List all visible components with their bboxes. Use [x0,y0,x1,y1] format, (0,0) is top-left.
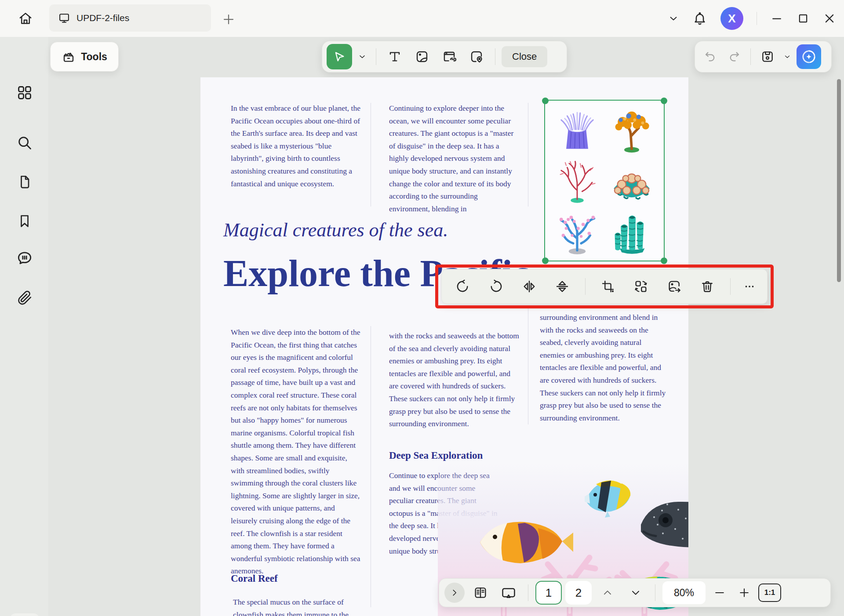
pufferfish-image [637,493,688,554]
text-tool-button[interactable] [382,44,407,69]
ai-assistant-button[interactable] [797,44,821,69]
monitor-icon [58,12,70,24]
minimize-button[interactable] [770,12,783,25]
sidebar-item-attachments[interactable] [12,286,37,310]
page-mark-tool-button[interactable] [464,44,489,69]
minimize-icon [770,12,783,25]
slideshow-button[interactable] [496,580,521,605]
select-tool-button[interactable] [327,44,352,69]
more-options-button[interactable] [739,273,760,300]
grid-icon [16,84,33,101]
toolbar-divider [495,48,495,65]
left-sidebar [0,37,48,616]
delete-button[interactable] [693,273,721,300]
rotate-right-button[interactable] [482,273,510,300]
ellipsis-icon [743,280,756,293]
close-edit-mode-button[interactable]: Close [502,46,547,67]
zoom-out-button[interactable] [709,580,730,605]
rotate-right-icon [489,279,503,294]
page-button-2[interactable]: 2 [565,581,592,605]
redo-button[interactable] [723,44,745,69]
close-window-button[interactable] [823,12,836,25]
home-button[interactable] [13,6,38,31]
titlebar-divider [757,12,757,25]
document-tab[interactable]: UPDF-2-files [49,4,211,32]
workspace-dropdown-button[interactable] [668,13,679,24]
previous-page-button[interactable] [595,580,620,605]
rotate-left-icon [456,279,470,294]
toolbar-divider [730,278,731,295]
new-tab-button[interactable] [219,10,238,29]
selected-image-object[interactable] [545,101,664,261]
window-titlebar: UPDF-2-files X [0,0,844,37]
text-icon [388,50,402,64]
column-divider [371,103,371,207]
home-icon [18,11,33,26]
column-divider [528,103,528,207]
sidebar-item-pages[interactable] [12,170,37,194]
column-divider [371,326,371,607]
page-icon [17,174,33,190]
plus-icon [222,13,235,26]
coral-purple-anemone [550,105,604,155]
flip-vertical-button[interactable] [548,273,576,300]
undo-button[interactable] [699,44,721,69]
coral-orange-tree [605,105,658,155]
tools-label: Tools [81,51,107,63]
paperclip-icon [17,290,33,306]
chevron-right-icon [450,588,459,598]
paragraph-col2-mid: with the rocks and seaweeds at the botto… [389,330,519,430]
toolbar-divider [655,584,655,601]
export-image-icon [667,279,681,294]
flip-horizontal-button[interactable] [515,273,543,300]
sidebar-item-appearance[interactable] [10,613,40,616]
sidebar-item-bookmarks[interactable] [12,209,37,233]
notifications-button[interactable] [692,11,707,26]
presentation-icon [501,585,516,600]
replace-icon [634,279,648,294]
bookmark-icon [17,213,33,229]
maximize-icon [797,12,810,25]
replace-image-button[interactable] [627,273,655,300]
document-subtitle: Magical creatures of the sea. [223,219,448,241]
chevron-down-icon [358,52,367,61]
image-tool-button[interactable] [410,44,434,69]
link-tool-button[interactable] [437,44,462,69]
zoom-level-button[interactable]: 80% [662,581,706,604]
link-icon [442,50,456,64]
cursor-icon [333,50,346,63]
page-navigation-bar: 1 2 80% 1:1 [439,578,831,607]
save-icon [760,50,775,64]
document-pin-icon [469,50,484,64]
vertical-scrollbar[interactable] [837,79,841,282]
sidebar-item-search[interactable] [12,130,37,155]
next-page-button[interactable] [623,580,648,605]
page-button-1[interactable]: 1 [535,581,562,605]
actual-size-button[interactable]: 1:1 [758,583,781,602]
coral-teal-disc [605,156,658,205]
export-image-button[interactable] [660,273,688,300]
selection-handle-bottom-right[interactable] [661,257,667,264]
select-tool-dropdown[interactable] [355,44,370,69]
history-save-toolbar [695,41,832,72]
flip-vertical-icon [555,279,569,294]
page-layout-button[interactable] [468,580,493,605]
tools-button[interactable]: Tools [50,42,119,72]
save-dropdown-button[interactable] [781,44,794,69]
expand-panel-button[interactable] [444,583,465,603]
toolbox-icon [62,50,76,64]
maximize-button[interactable] [797,12,810,25]
crop-icon [601,279,615,294]
rotate-left-button[interactable] [449,273,477,300]
plus-icon [738,587,750,599]
crop-button[interactable] [594,273,622,300]
paragraph-col3-top: surrounding environment and blend in wit… [540,311,667,424]
sidebar-item-comments[interactable] [12,246,37,270]
user-avatar[interactable]: X [720,7,743,30]
sidebar-item-thumbnails[interactable] [12,80,37,105]
selection-handle-top-right[interactable] [661,98,667,104]
zoom-in-button[interactable] [734,580,755,605]
selection-handle-top-left[interactable] [542,98,549,104]
save-button[interactable] [756,44,779,69]
selection-handle-bottom-left[interactable] [542,257,549,264]
